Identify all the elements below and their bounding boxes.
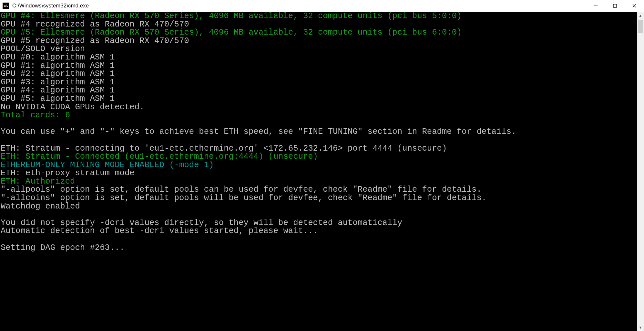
terminal-line: "-allcoins" option is set, default pools… [1, 194, 637, 202]
scroll-up-arrow-icon[interactable]: ▲ [637, 12, 644, 19]
terminal-line: Watchdog enabled [1, 202, 637, 211]
terminal-line: GPU #3: algorithm ASM 1 [1, 78, 637, 87]
terminal-line: ETH: Stratum - connecting to 'eu1-etc.et… [1, 144, 637, 153]
terminal-line: GPU #4: algorithm ASM 1 [1, 86, 637, 95]
terminal-line: ETHEREUM-ONLY MINING MODE ENABLED (-mode… [1, 161, 637, 169]
terminal-line: GPU #2: algorithm ASM 1 [1, 70, 637, 78]
terminal-line: GPU #1: algorithm ASM 1 [1, 62, 637, 70]
close-icon [632, 4, 637, 8]
terminal-line: GPU #5 recognized as Radeon RX 470/570 [1, 37, 637, 45]
terminal-line: GPU #5: algorithm ASM 1 [1, 95, 637, 103]
terminal-line [1, 235, 637, 244]
scrollbar[interactable]: ▲ ▼ [637, 12, 644, 331]
scroll-thumb[interactable] [638, 20, 643, 33]
terminal-line: ETH: eth-proxy stratum mode [1, 169, 637, 177]
terminal-line: No NVIDIA CUDA GPUs detected. [1, 103, 637, 112]
terminal-line [1, 120, 637, 128]
minimize-icon [593, 4, 598, 8]
terminal-line: ETH: Stratum - Connected (eu1-etc.etherm… [1, 153, 637, 161]
terminal-line: GPU #0: algorithm ASM 1 [1, 53, 637, 62]
window-controls [586, 0, 644, 12]
terminal-line: GPU #4: Ellesmere (Radeon RX 570 Series)… [1, 12, 637, 20]
window-titlebar[interactable]: C:\. C:\Windows\system32\cmd.exe [0, 0, 644, 12]
terminal-line: You did not specify -dcri values directl… [1, 219, 637, 227]
terminal-line: ETH: Authorized [1, 177, 637, 186]
maximize-button[interactable] [605, 0, 625, 12]
terminal-line: "-allpools" option is set, default pools… [1, 186, 637, 194]
cmd-icon: C:\. [3, 3, 9, 9]
svg-rect-1 [613, 4, 617, 7]
scroll-down-arrow-icon[interactable]: ▼ [637, 324, 644, 331]
maximize-icon [613, 4, 617, 8]
terminal-output[interactable]: GPU #4: Ellesmere (Radeon RX 570 Series)… [0, 12, 637, 331]
terminal-line: GPU #5: Ellesmere (Radeon RX 570 Series)… [1, 28, 637, 37]
terminal-line: Total cards: 6 [1, 111, 637, 120]
terminal-line: Setting DAG epoch #263... [1, 244, 637, 252]
terminal-container: GPU #4: Ellesmere (Radeon RX 570 Series)… [0, 12, 644, 331]
terminal-line: You can use "+" and "-" keys to achieve … [1, 128, 637, 136]
terminal-line: GPU #4 recognized as Radeon RX 470/570 [1, 20, 637, 29]
minimize-button[interactable] [586, 0, 605, 12]
terminal-line [1, 210, 637, 219]
close-button[interactable] [625, 0, 644, 12]
terminal-line [1, 136, 637, 144]
terminal-line: Automatic detection of best -dcri values… [1, 227, 637, 235]
terminal-line: POOL/SOLO version [1, 45, 637, 53]
window-title: C:\Windows\system32\cmd.exe [12, 3, 89, 9]
